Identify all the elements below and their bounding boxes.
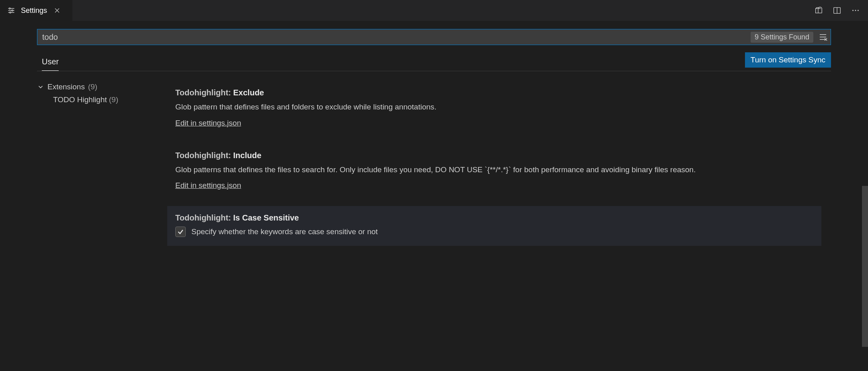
setting-title: Todohighlight: Is Case Sensitive bbox=[175, 213, 813, 223]
setting-prefix: Todohighlight: bbox=[175, 213, 233, 222]
checkbox-label: Specify whether the keywords are case se… bbox=[191, 227, 378, 236]
setting-name: Exclude bbox=[233, 88, 264, 97]
tab-close-button[interactable] bbox=[53, 6, 62, 15]
settings-list: Todohighlight: Exclude Glob pattern that… bbox=[158, 81, 831, 365]
checkbox-row: Specify whether the keywords are case se… bbox=[175, 227, 813, 237]
svg-point-4 bbox=[12, 10, 13, 11]
settings-toc: Extensions (9) TODO Highlight (9) bbox=[37, 81, 158, 365]
open-settings-json-button[interactable] bbox=[813, 4, 825, 16]
scrollbar-thumb[interactable] bbox=[862, 186, 868, 347]
is-case-sensitive-checkbox[interactable] bbox=[175, 227, 186, 237]
tab-label: Settings bbox=[21, 6, 47, 15]
setting-todohighlight-include: Todohighlight: Include Glob patterns tha… bbox=[167, 144, 821, 199]
setting-todohighlight-is-case-sensitive: Todohighlight: Is Case Sensitive Specify… bbox=[167, 206, 821, 246]
toc-sub-label: TODO Highlight bbox=[53, 95, 107, 104]
settings-sync-button[interactable]: Turn on Settings Sync bbox=[745, 52, 831, 68]
setting-name: Include bbox=[233, 151, 261, 160]
toc-sub-count: (9) bbox=[109, 95, 118, 104]
toc-group-label: Extensions bbox=[47, 82, 85, 91]
scope-row: User Turn on Settings Sync bbox=[37, 52, 831, 71]
split-editor-button[interactable] bbox=[831, 4, 843, 16]
setting-description: Glob patterns that defines the files to … bbox=[175, 164, 813, 176]
settings-header: 9 Settings Found User Turn on Settings S… bbox=[0, 21, 868, 71]
settings-found-badge: 9 Settings Found bbox=[751, 32, 813, 43]
toc-group-extensions[interactable]: Extensions (9) bbox=[37, 81, 158, 93]
svg-point-11 bbox=[855, 10, 856, 11]
more-actions-button[interactable] bbox=[850, 4, 862, 16]
svg-point-3 bbox=[9, 8, 10, 9]
setting-title: Todohighlight: Exclude bbox=[175, 88, 813, 97]
settings-search-input[interactable] bbox=[37, 29, 831, 45]
setting-todohighlight-exclude: Todohighlight: Exclude Glob pattern that… bbox=[167, 81, 821, 136]
svg-point-5 bbox=[10, 12, 11, 13]
settings-body: Extensions (9) TODO Highlight (9) Todohi… bbox=[0, 71, 868, 365]
setting-name: Is Case Sensitive bbox=[233, 213, 299, 222]
toc-item-todo-highlight[interactable]: TODO Highlight (9) bbox=[37, 93, 158, 107]
setting-description: Glob pattern that defines files and fold… bbox=[175, 101, 813, 113]
scope-tab-user[interactable]: User bbox=[42, 53, 59, 71]
setting-title: Todohighlight: Include bbox=[175, 151, 813, 160]
setting-prefix: Todohighlight: bbox=[175, 151, 233, 160]
toc-group-count: (9) bbox=[88, 82, 97, 91]
tab-settings[interactable]: Settings bbox=[0, 0, 72, 21]
svg-point-10 bbox=[852, 10, 854, 11]
svg-point-12 bbox=[858, 10, 859, 11]
tab-bar: Settings bbox=[0, 0, 868, 21]
setting-prefix: Todohighlight: bbox=[175, 88, 233, 97]
search-right: 9 Settings Found bbox=[751, 31, 829, 43]
edit-in-settings-json-link[interactable]: Edit in settings.json bbox=[175, 181, 241, 190]
settings-tab-icon bbox=[7, 6, 15, 14]
edit-in-settings-json-link[interactable]: Edit in settings.json bbox=[175, 119, 241, 128]
chevron-down-icon bbox=[37, 83, 44, 91]
editor-actions bbox=[813, 0, 868, 21]
filter-settings-button[interactable] bbox=[817, 31, 829, 43]
search-container: 9 Settings Found bbox=[37, 29, 831, 45]
